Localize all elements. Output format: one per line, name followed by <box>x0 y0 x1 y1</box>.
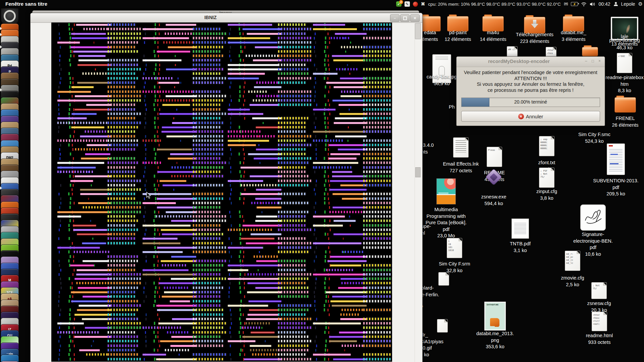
icon-label: pdf <box>566 244 620 251</box>
pdf-thumbnail <box>512 219 529 239</box>
dock-item-cd-pink[interactable] <box>1 361 19 362</box>
user-icon <box>613 2 618 6</box>
gear-icon[interactable]: ⚙ <box>638 1 643 7</box>
dialog-minimize-icon[interactable]: – <box>585 59 587 63</box>
signature-thumbnail <box>580 204 606 231</box>
cross-tray-icon[interactable]: ✖ <box>421 1 425 7</box>
dialog-titlebar[interactable]: recordMyDesktop-encoder –□× <box>457 57 605 67</box>
desktop-icon-file-multimedia-pd[interactable]: MultimediaProgramming withPure Data [eBo… <box>419 178 473 204</box>
ibniz-titlebar[interactable]: IBNIZ – ✕ <box>31 13 422 23</box>
edit-note-icon[interactable]: ✎ <box>405 1 410 7</box>
recordmydesktop-encoder-dialog: recordMyDesktop-encoder –□× Veuillez pat… <box>456 56 605 126</box>
document-icon <box>453 137 469 158</box>
icon-label: 3,1 ko <box>493 247 547 254</box>
battery-icon[interactable]: ⚡ <box>571 2 578 6</box>
desktop-icon-file-signature[interactable]: Signature-electronique-BEN.pdf10,6 ko <box>566 204 620 231</box>
user-name[interactable]: Lepole <box>621 1 635 7</box>
active-window-title: Fenêtre sans titre <box>5 1 47 7</box>
icon-label: databit.me_2013. <box>468 330 522 337</box>
icon-label: hl <box>421 230 465 237</box>
desktop-icon-file-readme[interactable]: PleasREADME45 octets <box>468 147 521 167</box>
icon-label: 3 éléments <box>547 36 600 43</box>
dialog-title: recordMyDesktop-encoder <box>457 59 581 64</box>
desktop-icon-file-zfont[interactable]: ; emp0000(0000(0000(zfont.txt9,0 ko <box>520 136 574 156</box>
top-panel: Fenêtre sans titre ✓ 2 ✎ ✖ cpu: 20% mem:… <box>0 0 644 8</box>
running-indicator-arrow <box>0 88 2 92</box>
maximize-button[interactable] <box>400 14 410 22</box>
poster-thumbnail: DATABIT.ME <box>484 302 506 330</box>
clock[interactable]: 00:42 <box>598 1 610 7</box>
desktop-icon-file-simcity-srm[interactable]: 1101011010Sim City F.srm32,8 ko <box>428 238 481 258</box>
icon-label: SUBVENTION-2013. <box>589 178 643 184</box>
volume-icon[interactable] <box>590 2 595 6</box>
document-icon: md_r:md_pcmd_ccmd_lc <box>565 251 580 271</box>
desktop-icon-file-databit-png[interactable]: DATABIT.MEdatabit.me_2013.png353,6 ko <box>468 302 522 330</box>
mail-icon[interactable]: ✉ <box>564 1 568 7</box>
icon-label: blr_ <box>420 332 464 339</box>
ibniz-window: IBNIZ – ✕ <box>30 13 423 362</box>
icon-label: png <box>468 337 522 344</box>
icon-label: Sim City F.srm <box>428 261 481 267</box>
notification-badge: 2 <box>399 0 403 4</box>
folder-icon <box>614 97 636 113</box>
desktop-icon-photo-pieds-flora[interactable]: lalepieds-flora.jpg13 éléments46,3 ko <box>598 17 644 40</box>
dialog-close-icon[interactable]: × <box>598 59 601 63</box>
dock-item-ubuntu-launcher[interactable] <box>1 8 19 24</box>
icon-label: zinput.cfg <box>520 188 574 195</box>
icon-label: Multimedia <box>419 206 473 213</box>
desktop-icon-folder-frenel[interactable]: FRENEL26 éléments <box>598 97 644 113</box>
system-monitor-text: cpu: 20% mem: 10% 96.8°C 98.0°C 89.0°C 9… <box>428 2 561 7</box>
folder-icon <box>524 17 545 34</box>
document-icon: ; PSF; Not75/ <box>539 168 554 188</box>
document-icon: <htm!<hea:<tit!<met: <box>592 312 607 331</box>
ibniz-visualization-canvas[interactable] <box>51 22 392 362</box>
icon-label: 933 octets <box>573 339 626 346</box>
dialog-message-line: ATTENTION !!! <box>460 76 601 82</box>
desktop-icon-file-olard-sliver[interactable] <box>422 272 466 286</box>
chat-indicator-icon[interactable]: ✓ 2 <box>396 1 401 7</box>
ebook-cover-thumbnail <box>436 178 456 204</box>
icon-label: upe- <box>421 223 465 230</box>
icon-label: FRENEL <box>598 115 644 122</box>
scrollbar-block[interactable] <box>415 167 421 177</box>
desktop-icon-file-tntb[interactable]: TNTB.pdf3,1 ko <box>493 219 547 239</box>
download-arrow-icon <box>531 20 538 28</box>
progress-label: 20.00% terminé <box>462 99 600 105</box>
desktop-icon-file-gif-sliver[interactable] <box>421 319 464 333</box>
dialog-message-line: Si vous appuyez sur Annuler ou fermez la… <box>460 81 601 87</box>
executable-diamond-icon <box>485 168 502 186</box>
icon-label: e-Ferlin. <box>421 292 465 298</box>
cancel-button[interactable]: ✕ Annuler <box>461 111 600 122</box>
minimize-button[interactable]: – <box>390 14 399 22</box>
dialog-message: Veuillez patienter pendant l'encodage de… <box>457 67 605 93</box>
dialog-maximize-icon[interactable]: □ <box>592 59 594 63</box>
wifi-icon[interactable] <box>581 2 587 6</box>
desktop-icon-file-zsnesw-exe[interactable]: zsnesw.exe594,4 ko <box>467 168 521 186</box>
running-indicator-arrow <box>0 33 2 36</box>
document-icon: Pleas <box>487 147 502 167</box>
dialog-message-line: Veuillez patienter pendant l'encodage de… <box>460 70 601 76</box>
document-icon: <!DOC <box>617 53 632 73</box>
desktop-icon-file-subvention[interactable]: SUBVENTION-2013.pdf209,5 ko <box>589 143 643 175</box>
close-button[interactable]: ✕ <box>410 14 420 22</box>
icon-label: Programming with <box>419 213 473 220</box>
desktop-icon-file-zmovie[interactable]: md_r:md_pcmd_ccmd_lczmovie.cfg2,5 ko <box>546 251 599 271</box>
folder-icon <box>582 47 598 56</box>
cancel-label: Annuler <box>526 114 543 119</box>
scrollbar-track <box>415 23 415 362</box>
running-indicator-arrow <box>0 45 2 49</box>
record-indicator-icon[interactable] <box>413 2 418 7</box>
mouse-cursor <box>146 192 152 200</box>
ibniz-window-title: IBNIZ <box>31 15 390 20</box>
scrollbar-thumb[interactable] <box>415 23 421 39</box>
running-indicator-arrow <box>0 27 2 30</box>
desktop-icon-file-zinput[interactable]: ; PSF; Not75/zinput.cfg3,8 ko <box>520 168 574 188</box>
desktop-icon-folder-databit-me[interactable]: databit.me_3 éléments <box>547 16 600 32</box>
desktop-icon-file-zsnesw-cfg[interactable]: ; Not75/zsnesw.cfg20,3 ko <box>572 282 626 299</box>
icon-label: 209,5 ko <box>589 191 643 197</box>
desktop-icon-file-readme-html[interactable]: <htm!<hea:<tit!<met:readme.html933 octet… <box>573 312 626 331</box>
pdf-thumbnail <box>607 143 625 175</box>
running-indicator-arrow <box>0 186 2 190</box>
icon-label: pdf <box>589 184 643 191</box>
icon-label: CiA1rpiyas <box>420 339 464 345</box>
